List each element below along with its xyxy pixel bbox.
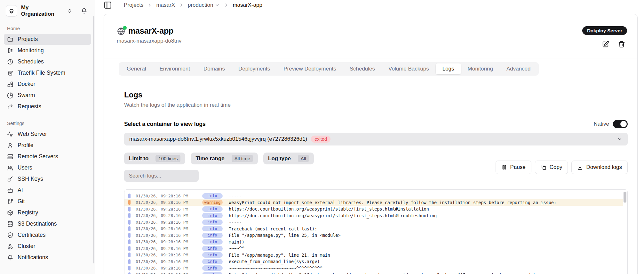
chevron-down-icon (617, 136, 623, 142)
breadcrumb-label: production (188, 2, 213, 8)
log-level-bar (128, 272, 131, 274)
search-input[interactable] (124, 170, 199, 182)
sidebar-toggle-icon[interactable] (104, 1, 112, 9)
tab-domains[interactable]: Domains (197, 63, 232, 74)
log-scrollbar[interactable] (624, 192, 626, 203)
tab-logs[interactable]: Logs (436, 63, 461, 74)
log-line: 01/30/26, 09:28:16 PMinfo----- (124, 219, 623, 226)
tab-preview-deployments[interactable]: Preview Deployments (277, 63, 343, 74)
database-icon (7, 221, 13, 227)
download-logs-button[interactable]: Download logs (571, 161, 628, 174)
package-icon (7, 210, 13, 216)
sidebar-scrollbar[interactable] (93, 16, 94, 263)
log-level-badge: info (202, 233, 223, 238)
sidebar-item-certificates[interactable]: Certificates (4, 229, 91, 241)
sidebar-item-label: Certificates (18, 232, 46, 238)
log-timestamp: 01/30/26, 09:28:16 PM (136, 272, 193, 274)
log-timestamp: 01/30/26, 09:28:16 PM (136, 213, 193, 218)
pause-button[interactable]: Pause (496, 161, 531, 174)
breadcrumb-item-masarx[interactable]: masarX (156, 2, 175, 8)
filter-time-range[interactable]: Time rangeAll time (191, 153, 258, 164)
sidebar-item-remote-servers[interactable]: Remote Servers (4, 151, 91, 162)
filter-log-type[interactable]: Log typeAll (263, 153, 314, 164)
bell-icon[interactable] (81, 8, 87, 14)
log-line: 01/30/26, 09:28:16 PMinfoFile "/app/mana… (124, 252, 623, 259)
log-level-badge: info (202, 265, 223, 271)
organization-name: My Organization (21, 4, 63, 17)
filter-limit-to[interactable]: Limit to100 lines (124, 153, 185, 164)
sidebar-item-projects[interactable]: Projects (4, 34, 91, 45)
key-icon (7, 176, 13, 182)
sidebar-item-label: Notifications (18, 254, 48, 261)
breadcrumb-item-masarx-app[interactable]: masarX-app (233, 2, 262, 8)
tab-general[interactable]: General (120, 63, 153, 74)
toggle-knob (620, 121, 627, 127)
sidebar-item-users[interactable]: Users (4, 162, 91, 173)
sidebar-item-swarm[interactable]: Swarm (4, 90, 91, 101)
forward-arrow-icon (7, 104, 13, 110)
tab-environment[interactable]: Environment (153, 63, 196, 74)
log-message: https://doc.courtbouillon.org/weasyprint… (229, 213, 437, 218)
online-status-dot (123, 26, 127, 30)
edit-icon[interactable] (602, 41, 609, 48)
sidebar-item-label: AI (18, 187, 23, 194)
sidebar-item-cluster[interactable]: Cluster (4, 241, 91, 252)
log-message: ----- (229, 220, 242, 225)
tab-schedules[interactable]: Schedules (343, 63, 382, 74)
app-root: My Organization HomeProjectsMonitoringSc… (0, 0, 644, 274)
native-toggle-label: Native (594, 121, 609, 127)
tab-volume-backups[interactable]: Volume Backups (382, 63, 436, 74)
sidebar-item-profile[interactable]: Profile (4, 140, 91, 151)
sidebar-item-monitoring[interactable]: Monitoring (4, 45, 91, 56)
sidebar-item-notifications[interactable]: Notifications (4, 252, 91, 263)
filter-row: Limit to100 linesTime rangeAll timeLog t… (124, 153, 314, 164)
log-line: 01/30/26, 09:28:16 PMinfo~~~~~~~~~~~~~~~… (124, 265, 623, 272)
sidebar-item-ssh-keys[interactable]: SSH Keys (4, 173, 91, 185)
chevrons-up-down-icon[interactable] (67, 8, 73, 14)
sidebar-item-schedules[interactable]: Schedules (4, 56, 91, 67)
globe-icon (117, 27, 125, 36)
topbar-divider (118, 2, 118, 9)
sidebar-item-label: Schedules (18, 58, 44, 65)
filter-value-badge: All (298, 155, 309, 162)
git-branch-icon (7, 198, 13, 205)
sidebar-item-s3-destinations[interactable]: S3 Destinations (4, 218, 91, 229)
log-message: File "/app/manage.py", line 25, in <modu… (229, 233, 341, 238)
trash-icon[interactable] (618, 41, 625, 48)
log-line: 01/30/26, 09:28:16 PMinfoFile "/app/mana… (124, 232, 623, 239)
log-message: WeasyPrint could not import some externa… (229, 200, 556, 205)
archive-icon (7, 70, 13, 76)
sidebar-item-traefik-file-system[interactable]: Traefik File System (4, 67, 91, 79)
filter-label: Time range (195, 155, 224, 162)
sidebar-item-label: Users (18, 164, 32, 171)
breadcrumb-item-projects[interactable]: Projects (124, 2, 143, 8)
sidebar-item-requests[interactable]: Requests (4, 101, 91, 112)
log-level-badge: info (202, 226, 223, 231)
log-line: 01/30/26, 09:28:16 PMinfohttps://doc.cou… (124, 206, 623, 212)
tab-advanced[interactable]: Advanced (500, 63, 537, 74)
log-level-badge: info (202, 220, 223, 225)
nav-section-label-home: Home (7, 26, 91, 31)
log-timestamp: 01/30/26, 09:28:16 PM (136, 207, 193, 212)
breadcrumb-item-production[interactable]: production (188, 2, 220, 8)
tab-deployments[interactable]: Deployments (232, 63, 277, 74)
sidebar-item-registry[interactable]: Registry (4, 207, 91, 218)
sidebar-item-web-server[interactable]: Web Server (4, 129, 91, 140)
sidebar-nav: HomeProjectsMonitoringSchedulesTraefik F… (3, 19, 92, 263)
sidebar-item-ai[interactable]: AI (4, 185, 91, 196)
sidebar-item-docker[interactable]: Docker (4, 79, 91, 90)
organization-switcher[interactable]: My Organization (3, 3, 92, 19)
log-level-badge: info (202, 246, 223, 251)
action-label: Pause (510, 164, 526, 170)
log-level-bar (128, 226, 131, 231)
blocks-icon (7, 81, 13, 87)
breadcrumb: ProjectsmasarXproductionmasarX-app (124, 2, 262, 8)
tab-monitoring[interactable]: Monitoring (461, 63, 500, 74)
sidebar-item-git[interactable]: Git (4, 196, 91, 207)
log-level-bar (128, 253, 131, 257)
copy-button[interactable]: Copy (535, 161, 568, 174)
sidebar-item-label: Registry (18, 209, 38, 216)
log-line: 01/30/26, 09:28:16 PMinfohttps://doc.cou… (124, 212, 623, 219)
native-toggle[interactable] (613, 120, 628, 128)
container-select[interactable]: masarx-masarxapp-do8tnv.1.yrwlux5xkuzb01… (124, 133, 628, 145)
